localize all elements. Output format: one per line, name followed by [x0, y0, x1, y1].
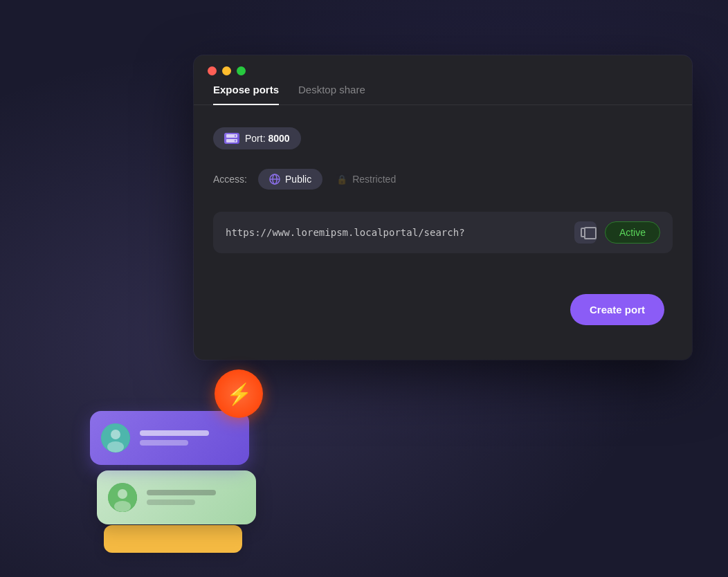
url-row: https://www.loremipsm.localportal/search… [213, 212, 673, 253]
copy-icon [581, 228, 590, 237]
card-line [147, 500, 195, 505]
create-port-button[interactable]: Create port [570, 294, 664, 325]
tab-bar: Expose ports Desktop share [194, 84, 692, 105]
decorative-cards: ⚡ [90, 383, 270, 535]
card-green [97, 470, 256, 524]
lightning-decoration: ⚡ [215, 369, 263, 418]
globe-icon [269, 174, 280, 185]
access-label: Access: [213, 174, 247, 185]
lightning-icon: ⚡ [215, 369, 263, 418]
card-line [140, 430, 209, 436]
access-public-button[interactable]: Public [258, 169, 322, 190]
avatar-green [108, 483, 137, 512]
access-restricted-button[interactable]: 🔒 Restricted [325, 169, 407, 190]
port-label: Port: 8000 [245, 133, 290, 144]
app-window: Expose ports Desktop share Port: 8000 Ac… [194, 55, 692, 360]
tab-desktop-share[interactable]: Desktop share [298, 84, 365, 105]
maximize-button[interactable] [237, 66, 246, 75]
svg-point-2 [235, 135, 236, 136]
copy-button[interactable] [574, 221, 597, 244]
status-badge: Active [605, 221, 660, 244]
tab-expose-ports[interactable]: Expose ports [213, 84, 279, 105]
card-line [147, 490, 216, 495]
content-area: Port: 8000 Access: Public 🔒 [194, 127, 692, 253]
lock-icon: 🔒 [336, 174, 347, 185]
card-line [140, 440, 188, 446]
card-purple [90, 411, 249, 465]
svg-point-12 [114, 501, 131, 512]
server-icon [224, 133, 239, 144]
svg-point-3 [235, 140, 236, 141]
url-text: https://www.loremipsm.localportal/search… [226, 227, 566, 238]
title-bar [194, 55, 692, 84]
avatar-purple [101, 423, 130, 452]
access-options: Public 🔒 Restricted [258, 169, 407, 190]
svg-point-8 [111, 430, 120, 439]
port-badge[interactable]: Port: 8000 [213, 127, 301, 149]
minimize-button[interactable] [222, 66, 231, 75]
card-content-green [147, 490, 216, 505]
close-button[interactable] [208, 66, 217, 75]
card-yellow [104, 525, 242, 553]
card-content-purple [140, 430, 209, 446]
svg-point-9 [107, 441, 124, 452]
access-row: Access: Public 🔒 Restricted [213, 169, 673, 190]
svg-point-11 [118, 489, 127, 499]
